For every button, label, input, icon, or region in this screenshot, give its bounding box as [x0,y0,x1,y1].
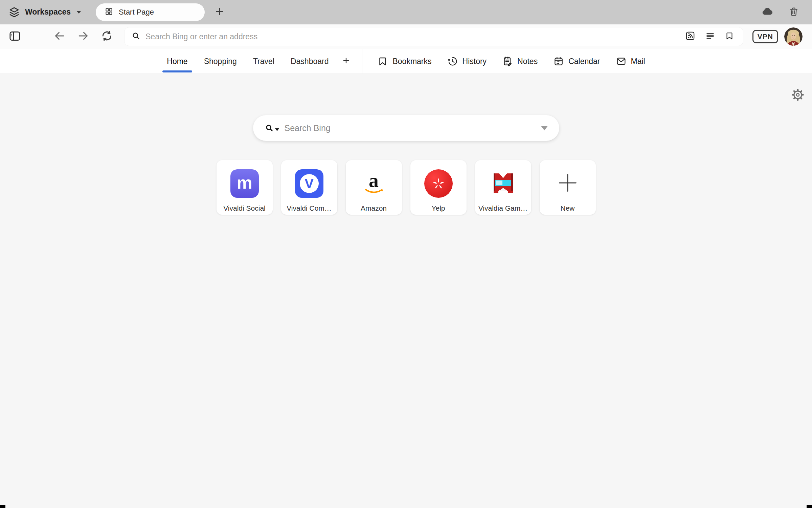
address-field[interactable] [125,27,743,46]
add-bookmark-icon[interactable] [725,31,734,42]
tab-title: Start Page [119,8,154,17]
start-page-nav: Home Shopping Travel Dashboard Bookmarks [0,49,812,74]
vivaldi-browser-window: Workspaces Start Page [0,0,812,508]
vivaldia-game-icon [490,170,516,197]
start-page-content: m Vivaldi Social V Vivaldi Com… a [0,74,812,508]
speed-dial-new[interactable]: New [540,160,596,215]
profile-avatar[interactable] [784,27,803,46]
trash-icon [788,6,799,18]
sync-button[interactable] [760,5,775,20]
panel-bookmarks[interactable]: Bookmarks [377,56,431,67]
tab-bar: Workspaces Start Page [0,0,812,24]
speed-dial-vivaldi-community[interactable]: V Vivaldi Com… [281,160,337,215]
gear-icon [791,88,805,103]
speed-dial-label: Vivaldi Social [223,204,266,212]
amazon-icon: a [360,169,388,198]
panel-notes[interactable]: Notes [502,56,538,67]
panel-mail[interactable]: Mail [616,56,645,67]
panel-toggle-icon [8,29,22,44]
add-start-tab-button[interactable] [342,57,350,66]
speed-dial-label: Vivaldia Gam… [478,204,528,212]
plus-icon [557,172,578,195]
workspaces-label: Workspaces [25,7,71,17]
nav-divider [362,49,362,74]
reader-view-icon[interactable] [705,31,715,42]
speed-dial-grid-icon [105,7,113,17]
speed-dial-row: m Vivaldi Social V Vivaldi Com… a [0,160,812,215]
speed-dial-vivaldi-social[interactable]: m Vivaldi Social [217,160,273,215]
speed-dial-label: Amazon [361,204,387,212]
panel-label: Bookmarks [392,57,431,66]
panel-label: Mail [631,57,645,66]
search-icon [131,31,141,42]
forward-button[interactable] [76,29,91,44]
yelp-burst-icon [424,169,453,198]
workspaces-layers-icon [8,6,20,18]
speed-dial-label: Yelp [431,204,445,212]
panel-toggle-button[interactable] [7,29,22,44]
speed-dial-yelp[interactable]: Yelp [410,160,467,215]
calendar-icon [553,56,564,67]
address-toolbar: VPN [0,24,812,49]
new-tab-button[interactable] [212,5,227,20]
panel-label: History [463,57,487,66]
bookmark-icon [377,56,388,67]
screen-corner-artifact [807,505,812,508]
speed-dial-label: Vivaldi Com… [287,204,332,212]
reload-icon [100,29,113,44]
chevron-down-icon [75,9,82,16]
panel-label: Notes [517,57,538,66]
vpn-button[interactable]: VPN [752,30,778,43]
start-tab-dashboard[interactable]: Dashboard [291,49,329,74]
start-page-search-box[interactable] [253,115,559,141]
start-tab-shopping[interactable]: Shopping [204,49,237,74]
rss-feed-icon[interactable] [685,30,696,43]
mastodon-icon: m [230,169,259,198]
start-page-search-input[interactable] [285,123,541,133]
reload-button[interactable] [99,29,114,44]
back-arrow-icon [53,29,66,44]
panel-calendar[interactable]: Calendar [553,56,600,67]
back-button[interactable] [52,29,67,44]
speed-dial-label: New [560,204,574,212]
start-tab-travel[interactable]: Travel [253,49,274,74]
start-page-settings-button[interactable] [790,88,805,103]
start-tab-home[interactable]: Home [167,49,187,74]
panel-history[interactable]: History [447,56,487,67]
sync-cloud-icon [761,5,774,19]
search-dropdown-caret-icon[interactable] [541,126,548,130]
workspaces-button[interactable]: Workspaces [8,6,82,18]
vivaldi-icon: V [295,169,323,198]
panel-label: Calendar [568,57,600,66]
mail-envelope-icon [616,56,627,67]
screen-corner-artifact [0,505,5,508]
engine-caret-down-icon [275,128,279,131]
plus-icon [342,57,350,66]
forward-arrow-icon [77,29,90,44]
search-engine-icon[interactable] [265,123,279,133]
address-input[interactable] [145,32,683,41]
speed-dial-amazon[interactable]: a Amazon [346,160,402,215]
history-clock-icon [447,56,458,67]
closed-tabs-button[interactable] [786,5,801,20]
plus-icon [215,6,225,18]
tab-start-page[interactable]: Start Page [96,3,205,21]
notes-icon [502,56,513,67]
speed-dial-vivaldia-game[interactable]: Vivaldia Gam… [475,160,531,215]
